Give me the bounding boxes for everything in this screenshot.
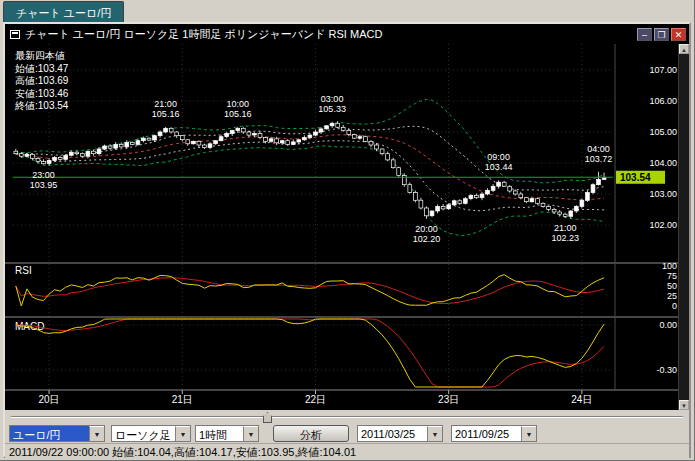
date-from-value[interactable]: 2011/03/25 bbox=[358, 426, 427, 441]
candle-body bbox=[153, 136, 157, 140]
candle-body bbox=[397, 168, 401, 176]
candle-body bbox=[297, 140, 301, 142]
rsi-panel-label: RSI bbox=[15, 265, 32, 276]
candle-body bbox=[347, 131, 351, 135]
candle-body bbox=[447, 205, 451, 209]
chevron-down-icon[interactable]: ▼ bbox=[243, 426, 258, 441]
candle-body bbox=[491, 186, 495, 190]
currency-pair-value[interactable]: ユーロ/円 bbox=[10, 426, 89, 441]
time-scrollbar-thumb[interactable] bbox=[263, 412, 272, 423]
candle-body bbox=[469, 196, 473, 199]
candle-body bbox=[203, 145, 207, 148]
vertical-scrollbar[interactable]: ▲ ▼ bbox=[678, 44, 689, 410]
candle-body bbox=[58, 157, 62, 159]
candle-body bbox=[391, 160, 395, 168]
candle-body bbox=[208, 144, 212, 148]
annotation-price: 102.20 bbox=[413, 234, 441, 244]
day-label: 24日 bbox=[571, 394, 592, 405]
candle-body bbox=[19, 154, 23, 157]
candle-body bbox=[452, 201, 456, 205]
candle-body bbox=[119, 144, 123, 147]
annotation-time: 09:00 bbox=[487, 152, 510, 162]
time-scrollbar[interactable] bbox=[5, 410, 689, 424]
candle-body bbox=[275, 139, 279, 143]
legend-open: 始値:103.47 bbox=[15, 63, 68, 76]
candle-body bbox=[530, 199, 534, 202]
candle-body bbox=[414, 193, 418, 201]
time-scrollbar-track[interactable] bbox=[11, 416, 683, 418]
candle-body bbox=[497, 182, 501, 186]
candle-body bbox=[108, 146, 112, 148]
timeframe-value[interactable]: 1時間 bbox=[196, 426, 243, 441]
candle-body bbox=[142, 138, 146, 141]
annotation-time: 10:00 bbox=[227, 99, 250, 109]
chevron-down-icon[interactable]: ▼ bbox=[521, 426, 536, 441]
candle-body bbox=[114, 144, 118, 148]
candle-body bbox=[580, 200, 584, 206]
macd-axis-label: 0.00 bbox=[659, 320, 677, 330]
candle-body bbox=[36, 158, 40, 161]
candle-body bbox=[269, 139, 273, 142]
candle-body bbox=[430, 211, 434, 216]
candle-body bbox=[81, 154, 85, 157]
scroll-down-icon[interactable]: ▼ bbox=[679, 400, 689, 410]
date-to-picker[interactable]: 2011/09/25 ▼ bbox=[451, 425, 537, 442]
legend-low: 安値:103.46 bbox=[15, 88, 68, 101]
status-bar: 2011/09/22 09:00:00 始値:104.04,高値:104.17,… bbox=[5, 443, 689, 459]
app-window: チャート ユーロ/円 チャート ユーロ/円 ローソク足 1時間足 ボリンジャーバ… bbox=[0, 0, 695, 461]
candle-body bbox=[597, 179, 601, 184]
day-label: 20日 bbox=[39, 394, 60, 405]
candle-body bbox=[253, 134, 257, 136]
candle-body bbox=[436, 206, 440, 211]
rsi-axis-label: 100 bbox=[662, 261, 677, 271]
timeframe-select[interactable]: 1時間 ▼ bbox=[195, 425, 259, 442]
chart-area[interactable]: 107.00106.00105.00104.00103.00102.0020日2… bbox=[5, 44, 689, 410]
candle-body bbox=[558, 212, 562, 214]
toolbar: ユーロ/円 ▼ ローソク足 ▼ 1時間 ▼ 分析 2011/03/25 ▼ 20… bbox=[5, 424, 689, 443]
annotation-price: 105.16 bbox=[152, 109, 180, 119]
close-button[interactable]: ✕ bbox=[671, 28, 686, 41]
candle-body bbox=[419, 200, 423, 208]
chevron-down-icon[interactable]: ▼ bbox=[89, 426, 104, 441]
candle-body bbox=[319, 129, 323, 132]
macd-signal-line bbox=[16, 319, 604, 387]
chart-type-select[interactable]: ローソク足 ▼ bbox=[111, 425, 191, 442]
date-to-value[interactable]: 2011/09/25 bbox=[452, 426, 521, 441]
candle-body bbox=[47, 161, 51, 164]
annotation-time: 21:00 bbox=[154, 99, 177, 109]
minimize-button[interactable]: – bbox=[637, 28, 652, 41]
candle-body bbox=[486, 190, 490, 194]
annotation-price: 105.16 bbox=[224, 109, 252, 119]
candle-body bbox=[130, 143, 134, 145]
candle-body bbox=[103, 146, 107, 149]
candle-body bbox=[247, 132, 251, 135]
chevron-down-icon[interactable]: ▼ bbox=[427, 426, 442, 441]
maximize-button[interactable]: ❐ bbox=[654, 28, 669, 41]
candle-body bbox=[264, 138, 268, 142]
candle-body bbox=[408, 185, 412, 193]
candle-body bbox=[547, 206, 551, 209]
tab-chart-eurjpy[interactable]: チャート ユーロ/円 bbox=[3, 1, 124, 22]
annotation-time: 21:00 bbox=[554, 223, 577, 233]
candle-body bbox=[136, 141, 140, 145]
chevron-down-icon[interactable]: ▼ bbox=[175, 426, 190, 441]
bollinger-lower1-line bbox=[16, 141, 604, 211]
chart-type-value[interactable]: ローソク足 bbox=[112, 426, 175, 441]
currency-pair-select[interactable]: ユーロ/円 ▼ bbox=[9, 425, 105, 442]
candle-body bbox=[552, 210, 556, 213]
date-from-picker[interactable]: 2011/03/25 ▼ bbox=[357, 425, 443, 442]
day-label: 22日 bbox=[305, 394, 326, 405]
macd-line bbox=[16, 319, 604, 387]
candle-body bbox=[258, 134, 262, 138]
price-axis-label: 107.00 bbox=[649, 65, 677, 75]
analyze-button[interactable]: 分析 bbox=[273, 425, 349, 442]
candle-body bbox=[86, 151, 90, 156]
candle-body bbox=[69, 152, 73, 155]
candle-body bbox=[192, 141, 196, 144]
candle-body bbox=[230, 131, 234, 134]
macd-axis-label: -0.30 bbox=[656, 365, 677, 375]
price-axis-label: 103.00 bbox=[649, 189, 677, 199]
day-label: 23日 bbox=[438, 394, 459, 405]
scroll-up-icon[interactable]: ▲ bbox=[679, 44, 689, 54]
candle-body bbox=[352, 135, 356, 139]
